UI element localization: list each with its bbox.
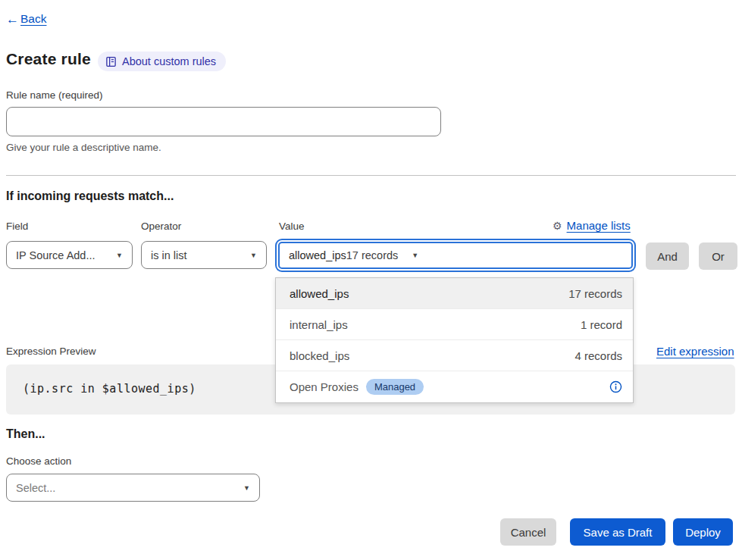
field-select[interactable]: IP Source Add... ▼ bbox=[6, 241, 133, 269]
value-select-count: 17 records bbox=[346, 249, 399, 261]
chevron-down-icon: ▼ bbox=[250, 252, 257, 259]
expression-code: (ip.src in $allowed_ips) bbox=[23, 382, 196, 396]
managed-badge: Managed bbox=[366, 379, 424, 395]
cancel-button[interactable]: Cancel bbox=[500, 518, 556, 546]
edit-expression-link[interactable]: Edit expression bbox=[656, 345, 734, 358]
operator-select-value: is in list bbox=[151, 249, 244, 261]
value-select-name: allowed_ips bbox=[289, 249, 346, 261]
manage-lists-label: Manage lists bbox=[567, 219, 631, 232]
dropdown-option-blocked-ips[interactable]: blocked_ips 4 records bbox=[276, 340, 633, 371]
then-section-heading: Then... bbox=[6, 427, 45, 441]
book-icon bbox=[105, 56, 117, 67]
option-name: allowed_ips bbox=[290, 287, 349, 300]
value-select[interactable]: allowed_ips 17 records ▼ bbox=[278, 242, 633, 269]
action-select[interactable]: Select... ▼ bbox=[6, 474, 260, 502]
and-button[interactable]: And bbox=[646, 242, 689, 270]
rule-name-helper-text: Give your rule a descriptive name. bbox=[6, 142, 161, 153]
back-arrow-icon: ← bbox=[6, 13, 19, 26]
action-select-placeholder: Select... bbox=[16, 482, 237, 494]
rule-name-label: Rule name (required) bbox=[6, 89, 103, 101]
option-name: blocked_ips bbox=[290, 349, 349, 362]
dropdown-option-internal-ips[interactable]: internal_ips 1 record bbox=[276, 309, 633, 340]
choose-action-label: Choose action bbox=[6, 455, 71, 467]
rule-name-input[interactable] bbox=[6, 107, 441, 136]
edit-expression-label: Edit expression bbox=[656, 345, 734, 358]
operator-select[interactable]: is in list ▼ bbox=[141, 241, 267, 269]
section-divider bbox=[6, 175, 736, 176]
field-label: Field bbox=[6, 221, 28, 232]
chevron-down-icon: ▼ bbox=[243, 484, 250, 492]
value-label: Value bbox=[279, 221, 305, 232]
option-count: 4 records bbox=[575, 349, 622, 362]
operator-label: Operator bbox=[141, 221, 181, 232]
value-dropdown-panel: allowed_ips 17 records internal_ips 1 re… bbox=[275, 277, 634, 403]
option-name: Open Proxies bbox=[290, 380, 358, 393]
info-icon[interactable] bbox=[609, 380, 622, 393]
save-as-draft-button[interactable]: Save as Draft bbox=[570, 518, 665, 546]
expression-preview-label: Expression Preview bbox=[6, 346, 96, 357]
or-button[interactable]: Or bbox=[699, 242, 737, 270]
field-select-value: IP Source Add... bbox=[16, 249, 110, 261]
chevron-down-icon: ▼ bbox=[412, 252, 418, 259]
dropdown-option-open-proxies[interactable]: Open Proxies Managed bbox=[276, 371, 633, 402]
option-count: 1 record bbox=[581, 318, 622, 331]
match-section-heading: If incoming requests match... bbox=[6, 189, 174, 203]
back-link[interactable]: ←Back bbox=[6, 12, 46, 26]
about-custom-rules-label: About custom rules bbox=[122, 55, 216, 67]
create-rule-page: ←Back Create rule About custom rules Rul… bbox=[0, 0, 742, 560]
gear-icon: ⚙ bbox=[553, 221, 562, 231]
page-title: Create rule bbox=[6, 50, 91, 68]
option-count: 17 records bbox=[568, 287, 622, 300]
dropdown-option-allowed-ips[interactable]: allowed_ips 17 records bbox=[276, 278, 633, 309]
back-label: Back bbox=[20, 12, 46, 26]
option-name: internal_ips bbox=[290, 318, 348, 331]
manage-lists-link[interactable]: ⚙Manage lists bbox=[553, 219, 631, 232]
deploy-button[interactable]: Deploy bbox=[673, 518, 733, 546]
about-custom-rules-link[interactable]: About custom rules bbox=[98, 52, 226, 71]
chevron-down-icon: ▼ bbox=[116, 252, 123, 259]
